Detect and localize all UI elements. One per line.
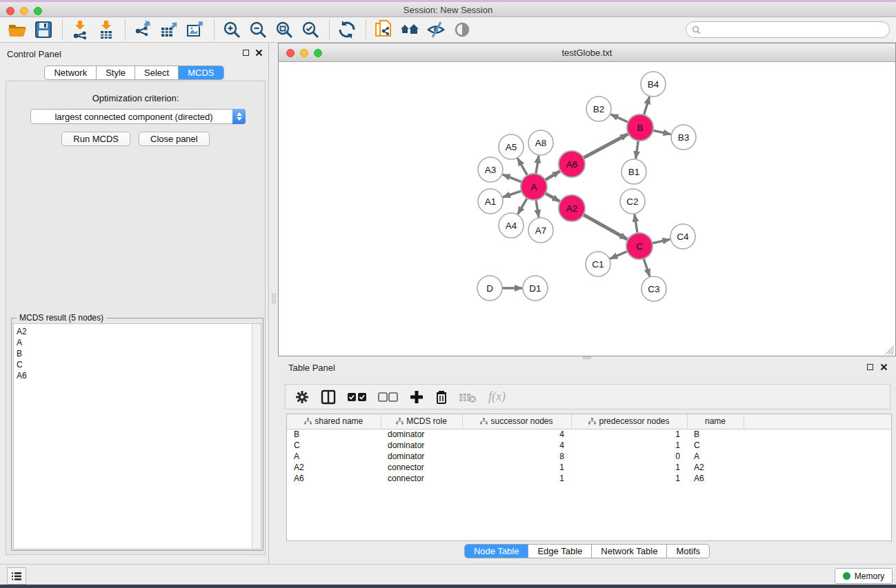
float-panel-icon[interactable] — [243, 50, 249, 56]
table-cell[interactable]: C — [687, 440, 744, 451]
table-cell[interactable]: dominator — [381, 429, 462, 440]
table-cell[interactable]: 1 — [571, 462, 687, 473]
table-cell[interactable]: A2 — [287, 462, 381, 473]
table-tab-bar: Node Table Edge Table Network Table Moti… — [464, 544, 710, 558]
table-cell[interactable]: C — [287, 440, 381, 451]
table-cell[interactable]: A — [287, 451, 381, 462]
graph-node-label: A8 — [535, 138, 547, 148]
table-cell[interactable]: 4 — [462, 429, 571, 440]
column-header[interactable]: shared name — [287, 414, 381, 429]
table-row[interactable]: Cdominator41C — [287, 440, 892, 451]
table-cell[interactable]: connector — [381, 473, 462, 484]
horizontal-split-handle[interactable] — [583, 356, 591, 359]
mcds-result-item[interactable]: A — [17, 337, 252, 348]
zoom-fit-icon[interactable] — [274, 19, 295, 40]
search-input[interactable] — [701, 23, 889, 37]
column-header[interactable]: predecessor nodes — [571, 414, 687, 429]
table-row[interactable]: A2connector11A2 — [287, 462, 892, 473]
export-image-icon[interactable] — [185, 19, 206, 40]
table-settings-gear-icon[interactable] — [295, 389, 310, 405]
tab-motifs[interactable]: Motifs — [667, 545, 709, 558]
toolbar-separator — [366, 20, 366, 39]
mcds-result-list[interactable]: A2ABCA6 — [13, 323, 253, 549]
show-columns-icon[interactable] — [320, 389, 337, 405]
show-network-overview-icon[interactable] — [399, 19, 420, 40]
export-network-icon[interactable] — [132, 19, 153, 40]
table-cell[interactable]: dominator — [381, 440, 462, 451]
open-session-icon[interactable] — [7, 19, 28, 40]
table-cell[interactable]: 4 — [462, 440, 571, 451]
network-graph[interactable]: AA1A2A3A4A5A6A7A8BB1B2B3B4CC1C2C3C4DD1 — [279, 62, 895, 356]
table-cell[interactable]: 8 — [462, 451, 571, 462]
table-cell[interactable]: connector — [381, 462, 462, 473]
network-window-titlebar[interactable]: testGlobe.txt — [279, 43, 895, 62]
tab-edge-table[interactable]: Edge Table — [528, 545, 592, 558]
import-table-icon[interactable] — [96, 19, 117, 40]
save-session-icon[interactable] — [33, 19, 54, 40]
import-network-icon[interactable] — [70, 19, 90, 40]
delete-table-icon — [459, 391, 477, 403]
table-cell[interactable]: 1 — [462, 462, 571, 473]
resize-grip-icon[interactable] — [886, 346, 895, 355]
tab-style[interactable]: Style — [97, 66, 135, 79]
criterion-dropdown[interactable]: largest connected component (directed) — [30, 109, 246, 124]
table-cell[interactable]: A2 — [687, 462, 744, 473]
table-cell[interactable]: 1 — [571, 440, 687, 451]
graph-node-label: C1 — [592, 259, 604, 270]
select-all-icon[interactable] — [347, 392, 368, 403]
vertical-split-handle[interactable] — [272, 294, 276, 303]
control-panel-title: Control Panel — [7, 49, 61, 59]
delete-column-icon[interactable] — [435, 389, 448, 405]
unselect-all-icon[interactable] — [378, 392, 399, 403]
close-panel-icon[interactable] — [255, 49, 263, 57]
table-cell[interactable]: B — [687, 429, 744, 440]
table-cell[interactable]: 1 — [571, 429, 687, 440]
network-canvas[interactable]: AA1A2A3A4A5A6A7A8BB1B2B3B4CC1C2C3C4DD1 — [279, 62, 895, 356]
hide-graphics-details-icon[interactable] — [426, 19, 446, 40]
result-list-scrollbar[interactable] — [252, 323, 261, 549]
table-cell[interactable]: dominator — [381, 451, 462, 462]
table-row[interactable]: A6connector11A6 — [287, 473, 892, 484]
add-column-icon[interactable] — [409, 389, 424, 405]
tab-network[interactable]: Network — [45, 66, 97, 79]
table-cell[interactable]: A — [687, 451, 744, 462]
table-row[interactable]: Bdominator41B — [287, 429, 892, 440]
memory-button[interactable]: Memory — [835, 568, 893, 584]
clone-network-icon[interactable] — [373, 19, 394, 40]
close-table-panel-icon[interactable] — [880, 363, 888, 371]
apply-preferred-layout-icon[interactable] — [337, 19, 357, 40]
float-table-panel-icon[interactable] — [867, 364, 873, 370]
table-header-row[interactable]: shared nameMCDS rolesuccessor nodesprede… — [287, 414, 892, 429]
table-cell[interactable]: 1 — [571, 473, 687, 484]
tab-select[interactable]: Select — [135, 66, 179, 79]
run-mcds-button[interactable]: Run MCDS — [61, 132, 130, 146]
search-field[interactable] — [686, 21, 890, 38]
toolbar-separator — [125, 20, 126, 39]
show-graphics-details-icon[interactable] — [452, 19, 472, 40]
table-cell[interactable]: A6 — [287, 473, 381, 484]
tab-node-table[interactable]: Node Table — [465, 545, 529, 558]
zoom-selected-icon[interactable] — [300, 19, 321, 40]
close-panel-button[interactable]: Close panel — [139, 132, 210, 146]
column-header[interactable]: MCDS role — [381, 414, 462, 429]
mcds-result-item[interactable]: A2 — [17, 326, 252, 337]
show-panels-button[interactable] — [7, 567, 26, 585]
tab-mcds[interactable]: MCDS — [179, 66, 223, 79]
column-header[interactable]: successor nodes — [462, 414, 571, 429]
export-table-icon[interactable] — [159, 19, 179, 40]
table-cell[interactable]: B — [287, 429, 381, 440]
node-table[interactable]: shared nameMCDS rolesuccessor nodesprede… — [286, 414, 892, 541]
zoom-out-icon[interactable] — [248, 19, 268, 40]
table-cell[interactable]: A6 — [687, 473, 744, 484]
zoom-in-icon[interactable] — [221, 19, 242, 40]
table-cell[interactable]: 0 — [571, 451, 687, 462]
tab-network-table[interactable]: Network Table — [592, 545, 667, 558]
mcds-result-item[interactable]: A6 — [17, 370, 252, 381]
mcds-result-title: MCDS result (5 nodes) — [17, 313, 106, 323]
table-row[interactable]: Adominator80A — [287, 451, 892, 462]
table-cell[interactable]: 1 — [462, 473, 571, 484]
mcds-result-item[interactable]: C — [17, 359, 252, 370]
column-header[interactable]: name — [687, 414, 744, 429]
dropdown-stepper-icon — [232, 109, 246, 124]
mcds-result-item[interactable]: B — [17, 348, 252, 359]
